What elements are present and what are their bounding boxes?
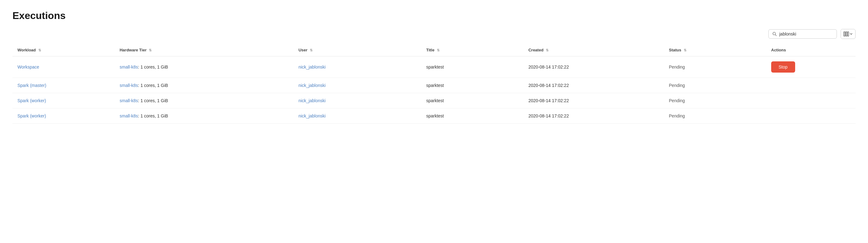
workload-link[interactable]: Spark (worker)	[18, 113, 46, 118]
cell-created: 2020-08-14 17:02:22	[523, 78, 664, 93]
user-link[interactable]: nick_jablonski	[299, 98, 326, 103]
cell-hardware-tier: small-k8s: 1 cores, 1 GiB	[115, 56, 293, 78]
workload-link[interactable]: Workspace	[18, 64, 39, 69]
cell-status: Pending	[664, 56, 766, 78]
hardware-suffix: : 1 cores, 1 GiB	[138, 83, 168, 88]
table-row: Workspacesmall-k8s: 1 cores, 1 GiBnick_j…	[12, 56, 856, 78]
cell-workload: Spark (master)	[12, 78, 115, 93]
user-link[interactable]: nick_jablonski	[299, 113, 326, 118]
hardware-tier-link[interactable]: small-k8s	[120, 98, 138, 103]
cell-workload: Spark (worker)	[12, 109, 115, 124]
cell-hardware-tier: small-k8s: 1 cores, 1 GiB	[115, 78, 293, 93]
chevron-down-icon	[849, 32, 853, 35]
cell-user: nick_jablonski	[293, 56, 421, 78]
cell-created: 2020-08-14 17:02:22	[523, 56, 664, 78]
cell-hardware-tier: small-k8s: 1 cores, 1 GiB	[115, 109, 293, 124]
search-icon	[772, 32, 777, 36]
cell-status: Pending	[664, 109, 766, 124]
cell-status: Pending	[664, 78, 766, 93]
svg-rect-2	[844, 32, 845, 36]
sort-icon-hardware: ⇅	[149, 48, 152, 52]
table-row: Spark (worker)small-k8s: 1 cores, 1 GiBn…	[12, 109, 856, 124]
svg-rect-4	[847, 32, 849, 36]
cell-title: sparktest	[421, 56, 523, 78]
hardware-tier-link[interactable]: small-k8s	[120, 83, 138, 88]
cell-actions: Stop	[766, 56, 856, 78]
col-header-hardware[interactable]: Hardware Tier ⇅	[115, 44, 293, 56]
cell-hardware-tier: small-k8s: 1 cores, 1 GiB	[115, 93, 293, 109]
svg-rect-3	[845, 32, 847, 36]
cell-title: sparktest	[421, 109, 523, 124]
cell-title: sparktest	[421, 78, 523, 93]
sort-icon-user: ⇅	[310, 48, 313, 52]
hardware-suffix: : 1 cores, 1 GiB	[138, 113, 168, 118]
search-input[interactable]	[779, 31, 833, 36]
status-badge: Pending	[669, 83, 685, 88]
hardware-suffix: : 1 cores, 1 GiB	[138, 64, 168, 69]
sort-icon-workload: ⇅	[38, 48, 41, 52]
cell-created: 2020-08-14 17:02:22	[523, 109, 664, 124]
hardware-tier-link[interactable]: small-k8s	[120, 113, 138, 118]
user-link[interactable]: nick_jablonski	[299, 64, 326, 69]
status-badge: Pending	[669, 64, 685, 69]
col-header-actions: Actions	[766, 44, 856, 56]
col-header-created[interactable]: Created ⇅	[523, 44, 664, 56]
workload-link[interactable]: Spark (master)	[18, 83, 46, 88]
page-title: Executions	[12, 10, 856, 22]
col-header-user[interactable]: User ⇅	[293, 44, 421, 56]
cell-workload: Workspace	[12, 56, 115, 78]
table-header-row: Workload ⇅ Hardware Tier ⇅ User ⇅ Title …	[12, 44, 856, 56]
columns-icon	[843, 31, 849, 37]
cell-created: 2020-08-14 17:02:22	[523, 93, 664, 109]
stop-button[interactable]: Stop	[771, 61, 795, 72]
hardware-suffix: : 1 cores, 1 GiB	[138, 98, 168, 103]
sort-icon-created: ⇅	[546, 48, 549, 52]
table-row: Spark (master)small-k8s: 1 cores, 1 GiBn…	[12, 78, 856, 93]
sort-icon-title: ⇅	[437, 48, 440, 52]
hardware-tier-link[interactable]: small-k8s	[120, 64, 138, 69]
cell-actions	[766, 109, 856, 124]
cell-actions	[766, 78, 856, 93]
col-header-title[interactable]: Title ⇅	[421, 44, 523, 56]
search-wrapper	[768, 29, 837, 39]
toolbar	[12, 29, 856, 39]
col-header-status[interactable]: Status ⇅	[664, 44, 766, 56]
cell-workload: Spark (worker)	[12, 93, 115, 109]
svg-line-1	[775, 35, 776, 36]
col-header-workload[interactable]: Workload ⇅	[12, 44, 115, 56]
cell-actions	[766, 93, 856, 109]
status-badge: Pending	[669, 98, 685, 103]
page-container: Executions Workload ⇅	[0, 0, 868, 134]
cell-user: nick_jablonski	[293, 109, 421, 124]
cell-user: nick_jablonski	[293, 93, 421, 109]
status-badge: Pending	[669, 113, 685, 118]
executions-table: Workload ⇅ Hardware Tier ⇅ User ⇅ Title …	[12, 44, 856, 124]
cell-status: Pending	[664, 93, 766, 109]
cell-user: nick_jablonski	[293, 78, 421, 93]
user-link[interactable]: nick_jablonski	[299, 83, 326, 88]
sort-icon-status: ⇅	[684, 48, 686, 52]
columns-toggle-button[interactable]	[841, 29, 856, 39]
table-row: Spark (worker)small-k8s: 1 cores, 1 GiBn…	[12, 93, 856, 109]
cell-title: sparktest	[421, 93, 523, 109]
workload-link[interactable]: Spark (worker)	[18, 98, 46, 103]
